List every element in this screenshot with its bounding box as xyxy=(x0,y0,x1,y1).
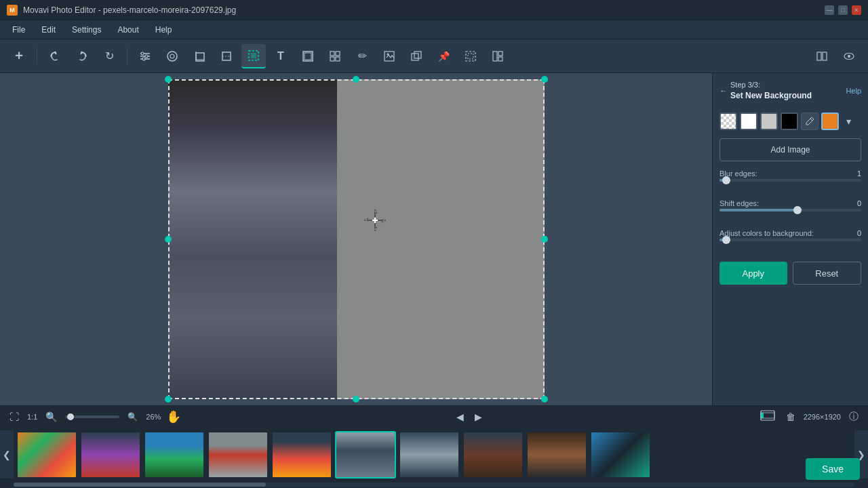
zoom-track[interactable] xyxy=(65,415,119,418)
eyedropper-button[interactable] xyxy=(801,113,818,130)
status-right: 🗑 2296×1920 ⓘ xyxy=(757,408,861,425)
menu-about[interactable]: About xyxy=(111,22,145,37)
info-button[interactable]: ⓘ xyxy=(846,409,861,424)
maximize-button[interactable]: □ xyxy=(838,5,848,15)
swatch-white[interactable] xyxy=(740,113,757,130)
blur-edges-value: 1 xyxy=(848,169,861,178)
fullscreen-button[interactable]: ⛶ xyxy=(7,410,22,424)
handle-top-right[interactable] xyxy=(541,76,548,83)
filmstrip-prev[interactable]: ❮ xyxy=(0,430,14,479)
clone-tool[interactable] xyxy=(404,44,429,68)
select-tool[interactable] xyxy=(458,44,483,68)
swatch-transparent[interactable] xyxy=(719,113,737,130)
swatch-more[interactable]: ▾ xyxy=(842,113,855,130)
filmstrip-item-10[interactable] xyxy=(590,431,651,479)
help-link[interactable]: Help xyxy=(846,87,861,95)
blur-edges-track[interactable] xyxy=(719,179,861,182)
close-button[interactable]: ✕ xyxy=(852,5,861,15)
photo-canvas[interactable] xyxy=(168,79,545,399)
transform-tool[interactable] xyxy=(214,44,239,68)
thumb-street-image xyxy=(209,432,267,477)
adjust-colors-thumb[interactable] xyxy=(722,236,730,244)
filter-tool[interactable] xyxy=(160,44,184,68)
shift-edges-track[interactable] xyxy=(719,209,861,211)
delete-button[interactable]: 🗑 xyxy=(783,410,798,424)
title-bar: M Movavi Photo Editor - pexels-marcelo-m… xyxy=(0,0,868,20)
handle-bottom-center[interactable] xyxy=(353,396,359,403)
back-button[interactable]: ← Step 3/3: Set New Background xyxy=(719,80,812,102)
mosaic-tool[interactable] xyxy=(323,44,347,68)
add-tool[interactable]: + xyxy=(7,44,31,68)
rotate-tool[interactable]: ↻ xyxy=(97,44,121,68)
right-panel: ← Step 3/3: Set New Background Help ▾ Ad… xyxy=(712,73,868,405)
pin-tool[interactable]: 📌 xyxy=(431,44,456,68)
menu-edit[interactable]: Edit xyxy=(35,22,62,37)
hand-tool-button[interactable]: ✋ xyxy=(166,409,181,424)
menu-help[interactable]: Help xyxy=(149,22,179,37)
filmstrip-scrollbar-thumb[interactable] xyxy=(14,483,266,487)
filmstrip-item-1[interactable] xyxy=(16,431,77,479)
compare-tool[interactable] xyxy=(810,44,834,68)
adjust-colors-track[interactable] xyxy=(719,239,861,241)
svg-rect-18 xyxy=(336,57,340,61)
crop-tool[interactable] xyxy=(187,44,212,68)
filmstrip-item-3[interactable] xyxy=(144,431,205,479)
swatch-orange[interactable] xyxy=(821,113,839,130)
add-image-button[interactable]: Add Image xyxy=(719,138,861,161)
svg-rect-24 xyxy=(468,54,473,59)
next-image-button[interactable]: ▶ xyxy=(472,410,485,424)
filmstrip-item-8[interactable] xyxy=(462,431,524,479)
handle-mid-left[interactable] xyxy=(165,236,172,243)
background-tool[interactable] xyxy=(241,44,266,68)
handle-bottom-left[interactable] xyxy=(165,396,172,403)
text-tool[interactable]: T xyxy=(269,44,293,68)
swatch-black[interactable] xyxy=(781,113,798,130)
swatch-light-gray[interactable] xyxy=(760,113,778,130)
zoom-thumb[interactable] xyxy=(67,413,74,420)
filmstrip-item-5[interactable] xyxy=(271,431,332,479)
undo-tool[interactable] xyxy=(43,44,67,68)
filmstrip-item-6[interactable] xyxy=(335,431,396,479)
zoom-out-button[interactable]: 🔍 xyxy=(43,410,60,424)
minimize-button[interactable]: — xyxy=(825,5,834,15)
canvas-area[interactable] xyxy=(0,73,712,405)
canvas-container xyxy=(168,79,545,399)
woman-left-figure xyxy=(168,79,357,399)
handle-top-center[interactable] xyxy=(353,76,359,83)
filmstrip-item-7[interactable] xyxy=(399,431,460,479)
filmstrip-item-2[interactable] xyxy=(80,431,141,479)
zoom-in-button[interactable]: 🔍 xyxy=(125,411,140,423)
shift-edges-label: Shift edges: xyxy=(719,199,844,207)
svg-rect-40 xyxy=(761,413,764,418)
adjust-tool[interactable] xyxy=(133,44,157,68)
filmstrip-item-4[interactable] xyxy=(208,431,269,479)
shift-edges-thumb[interactable] xyxy=(793,206,802,214)
svg-point-7 xyxy=(170,54,174,58)
prev-image-button[interactable]: ◀ xyxy=(454,410,467,424)
save-button[interactable]: Save xyxy=(806,458,860,480)
filmstrip-toggle-button[interactable] xyxy=(757,408,778,425)
svg-rect-23 xyxy=(466,52,475,61)
handle-bottom-right[interactable] xyxy=(541,396,548,403)
main-area: ← Step 3/3: Set New Background Help ▾ Ad… xyxy=(0,73,868,405)
handle-mid-right[interactable] xyxy=(541,236,548,243)
apply-button[interactable]: Apply xyxy=(719,262,787,285)
layout-tool[interactable] xyxy=(486,44,510,68)
retouch-tool[interactable]: ✏ xyxy=(350,44,374,68)
title-bar-controls[interactable]: — □ ✕ xyxy=(825,5,861,15)
redo-tool[interactable] xyxy=(70,44,94,68)
menu-settings[interactable]: Settings xyxy=(65,22,108,37)
view-tool[interactable] xyxy=(837,44,861,68)
blur-edges-thumb[interactable] xyxy=(722,176,730,184)
filmstrip-scrollbar[interactable] xyxy=(14,483,854,487)
handle-top-left[interactable] xyxy=(165,76,172,83)
svg-rect-12 xyxy=(251,53,256,58)
filmstrip-item-9[interactable] xyxy=(526,431,587,479)
window-title: Movavi Photo Editor - pexels-marcelo-mor… xyxy=(23,5,236,15)
frame-tool[interactable] xyxy=(296,44,320,68)
insert-tool[interactable] xyxy=(377,44,401,68)
action-buttons-row: Apply Reset xyxy=(719,262,861,285)
reset-button[interactable]: Reset xyxy=(793,262,862,285)
menu-file[interactable]: File xyxy=(5,22,32,37)
background-fill xyxy=(337,79,544,399)
